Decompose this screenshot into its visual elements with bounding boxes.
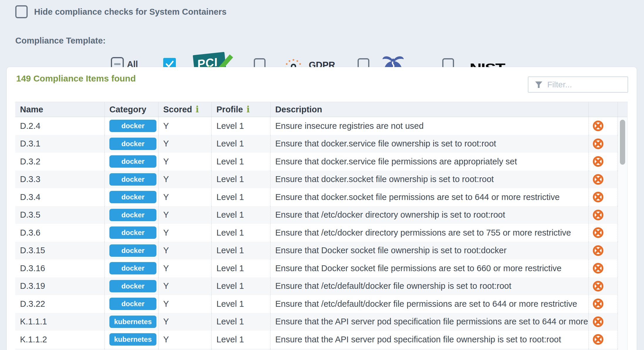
cell-name: D.3.19 bbox=[15, 277, 104, 295]
hide-system-containers-row: Hide compliance checks for System Contai… bbox=[15, 5, 226, 18]
table-row[interactable]: D.3.22 docker Y Level 1 Ensure that /etc… bbox=[15, 295, 627, 313]
cell-scroll-track bbox=[618, 349, 627, 350]
cell-category: docker bbox=[104, 224, 158, 242]
table-row[interactable]: D.3.16 docker Y Level 1 Ensure that Dock… bbox=[15, 259, 627, 277]
column-header-profile[interactable]: Profilei bbox=[211, 102, 270, 117]
cell-name: D.2.4 bbox=[15, 117, 104, 135]
cell-name: D.3.16 bbox=[15, 259, 104, 277]
cell-scored: Y bbox=[158, 135, 211, 153]
remove-icon[interactable] bbox=[593, 120, 604, 131]
table-row[interactable]: D.3.1 docker Y Level 1 Ensure that docke… bbox=[15, 135, 627, 153]
remove-icon[interactable] bbox=[593, 209, 604, 221]
remove-icon[interactable] bbox=[593, 245, 604, 256]
compliance-table: Name Category Scoredi Profilei Descripti… bbox=[15, 102, 627, 350]
cell-action bbox=[588, 277, 618, 295]
cell-description: Ensure insecure registries are not used bbox=[270, 117, 588, 135]
cell-scored: Y bbox=[158, 331, 211, 349]
cell-category: docker bbox=[104, 117, 158, 135]
remove-icon[interactable] bbox=[593, 281, 604, 292]
cell-scored: Y bbox=[158, 313, 211, 331]
compliance-page: { "topbar": { "hide_label": "Hide compli… bbox=[0, 0, 644, 350]
category-badge[interactable]: kubernetes bbox=[109, 333, 156, 346]
cell-action bbox=[588, 117, 618, 135]
category-badge[interactable]: docker bbox=[109, 262, 156, 274]
category-badge[interactable]: docker bbox=[109, 173, 156, 186]
remove-icon[interactable] bbox=[593, 227, 604, 238]
category-badge[interactable]: kubernetes bbox=[109, 316, 156, 328]
table-scrollbar-thumb[interactable] bbox=[620, 120, 625, 165]
cell-scroll-track bbox=[618, 242, 627, 260]
category-badge[interactable]: docker bbox=[109, 226, 156, 239]
cell-scroll-track bbox=[618, 277, 627, 295]
cell-description: Ensure that docker.service file permissi… bbox=[270, 153, 588, 171]
table-row[interactable]: D.2.4 docker Y Level 1 Ensure insecure r… bbox=[15, 117, 627, 135]
remove-icon[interactable] bbox=[593, 191, 604, 203]
cell-scroll-track bbox=[618, 313, 627, 331]
cell-action bbox=[588, 295, 618, 313]
cell-description: Ensure that Docker socket file permissio… bbox=[270, 259, 588, 277]
cell-action bbox=[588, 331, 618, 349]
cell-name: K.1.1.2 bbox=[15, 331, 104, 349]
category-badge[interactable]: docker bbox=[109, 298, 156, 310]
cell-profile bbox=[211, 349, 270, 350]
table-row[interactable]: D.3.5 docker Y Level 1 Ensure that /etc/… bbox=[15, 206, 627, 224]
table-row[interactable]: D.3.4 docker Y Level 1 Ensure that docke… bbox=[15, 188, 627, 206]
cell-scroll-track bbox=[618, 259, 627, 277]
column-header-category[interactable]: Category bbox=[104, 102, 158, 117]
cell-scored: Y bbox=[158, 259, 211, 277]
table-header-row: Name Category Scoredi Profilei Descripti… bbox=[15, 102, 627, 117]
cell-action bbox=[588, 171, 618, 189]
remove-icon[interactable] bbox=[593, 263, 604, 274]
indeterminate-dash-icon bbox=[114, 63, 121, 65]
cell-scored: Y bbox=[158, 171, 211, 189]
cell-description: Ensure that /etc/docker directory owners… bbox=[270, 206, 588, 224]
cell-action bbox=[588, 135, 618, 153]
category-badge[interactable]: docker bbox=[109, 191, 156, 203]
cell-name: D.3.6 bbox=[15, 224, 104, 242]
category-badge[interactable]: docker bbox=[109, 244, 156, 257]
cell-name: D.3.3 bbox=[15, 171, 104, 189]
svg-text:★: ★ bbox=[299, 62, 301, 66]
filter-input[interactable] bbox=[547, 80, 621, 90]
cell-profile: Level 1 bbox=[211, 242, 270, 260]
table-row[interactable]: K.1.1.2 kubernetes Y Level 1 Ensure that… bbox=[15, 331, 627, 349]
column-header-description[interactable]: Description bbox=[270, 102, 588, 117]
cell-name: D.3.1 bbox=[15, 135, 104, 153]
remove-icon[interactable] bbox=[593, 334, 604, 345]
cell-scored: Y bbox=[158, 206, 211, 224]
column-header-name[interactable]: Name bbox=[15, 102, 104, 117]
remove-icon[interactable] bbox=[593, 316, 604, 327]
svg-text:★: ★ bbox=[296, 59, 299, 63]
cell-category: docker bbox=[104, 171, 158, 189]
category-badge[interactable]: docker bbox=[109, 155, 156, 168]
category-badge[interactable]: docker bbox=[109, 280, 156, 292]
category-badge[interactable]: docker bbox=[109, 209, 156, 221]
table-row[interactable]: K.1.1.1 kubernetes Y Level 1 Ensure that… bbox=[15, 313, 627, 331]
remove-icon[interactable] bbox=[593, 174, 604, 185]
table-row[interactable]: D.3.19 docker Y Level 1 Ensure that /etc… bbox=[15, 277, 627, 295]
cell-name: D.3.2 bbox=[15, 153, 104, 171]
category-badge[interactable]: docker bbox=[109, 138, 156, 150]
column-header-actions bbox=[588, 102, 618, 117]
remove-icon[interactable] bbox=[593, 156, 604, 167]
cell-scroll-track bbox=[618, 171, 627, 189]
check-icon bbox=[165, 60, 174, 68]
cell-scored: Y bbox=[158, 117, 211, 135]
table-row[interactable]: D.3.3 docker Y Level 1 Ensure that docke… bbox=[15, 171, 627, 189]
table-row[interactable]: D.3.2 docker Y Level 1 Ensure that docke… bbox=[15, 153, 627, 171]
profile-info-icon[interactable]: i bbox=[246, 104, 250, 114]
remove-icon[interactable] bbox=[593, 138, 604, 149]
remove-icon[interactable] bbox=[593, 298, 604, 309]
cell-name: D.3.4 bbox=[15, 188, 104, 206]
category-badge[interactable]: docker bbox=[109, 120, 156, 132]
scored-info-icon[interactable]: i bbox=[196, 104, 199, 114]
cell-scored: Y bbox=[158, 153, 211, 171]
cell-description: Ensure that the API server pod specifica… bbox=[270, 331, 588, 349]
cell-category: kubernetes bbox=[104, 313, 158, 331]
table-row[interactable]: D.3.6 docker Y Level 1 Ensure that /etc/… bbox=[15, 224, 627, 242]
hide-system-containers-checkbox[interactable] bbox=[15, 5, 28, 18]
table-row[interactable]: D.3.15 docker Y Level 1 Ensure that Dock… bbox=[15, 242, 627, 260]
table-row-partial[interactable] bbox=[15, 349, 627, 350]
column-header-scored[interactable]: Scoredi bbox=[158, 102, 211, 117]
cell-scored: Y bbox=[158, 277, 211, 295]
